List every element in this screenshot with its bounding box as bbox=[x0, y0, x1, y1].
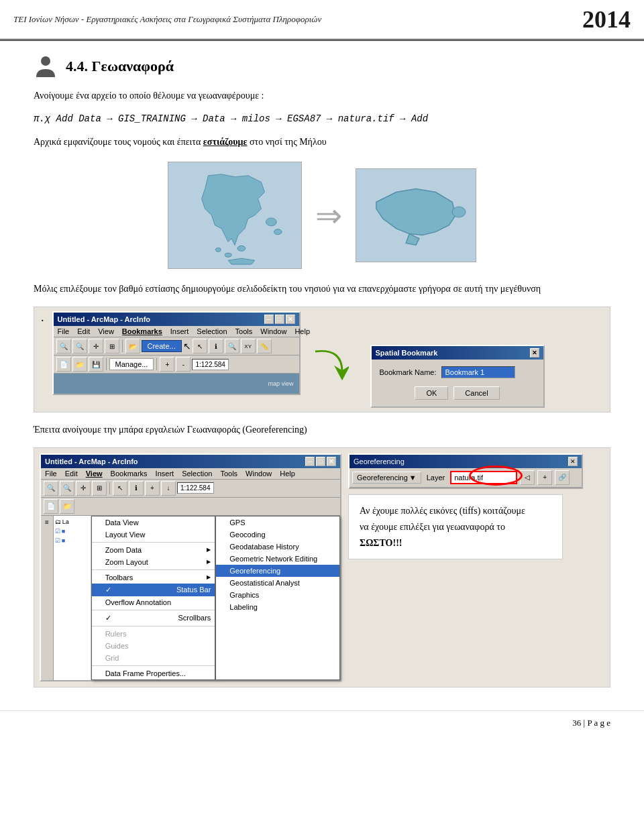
menu-overflow[interactable]: Overflow Annotation bbox=[92, 596, 215, 608]
save-map-btn[interactable]: 💾 bbox=[89, 357, 103, 372]
zoom-out-btn[interactable]: 🔍 bbox=[72, 339, 87, 353]
menu-file-1[interactable]: File bbox=[58, 327, 70, 335]
open-map-btn-2[interactable]: 📁 bbox=[60, 499, 74, 514]
zoom-next-btn-2[interactable]: + bbox=[145, 481, 160, 496]
zoom-in-btn-2[interactable]: 🔍 bbox=[44, 481, 58, 496]
zoom-in-btn[interactable]: 🔍 bbox=[56, 339, 71, 353]
create-bookmark-btn[interactable]: Create... bbox=[142, 340, 182, 352]
manage-bookmark-btn[interactable]: Manage... bbox=[109, 358, 154, 370]
menu-insert-1[interactable]: Insert bbox=[170, 327, 189, 335]
georef-tool-2[interactable]: + bbox=[537, 470, 552, 485]
svg-point-3 bbox=[274, 229, 282, 235]
menu-zoom-layout[interactable]: Zoom Layout▶ bbox=[92, 556, 215, 568]
menu-guides[interactable]: Guides bbox=[92, 640, 215, 652]
submenu-geodatabase[interactable]: Geodatabase History bbox=[216, 541, 339, 553]
zoom-prev-btn[interactable]: - bbox=[176, 357, 191, 372]
menu-view-1[interactable]: View bbox=[98, 327, 114, 335]
georef-tool-3[interactable]: 🔗 bbox=[555, 470, 570, 485]
add-data-btn[interactable]: 📂 bbox=[125, 339, 140, 353]
menu-bookmarks-1[interactable]: Bookmarks bbox=[122, 327, 162, 335]
minimize-btn-1[interactable]: ─ bbox=[264, 315, 274, 324]
menu-edit-1[interactable]: Edit bbox=[77, 327, 90, 335]
maximize-btn-2[interactable]: □ bbox=[316, 457, 325, 466]
ok-button[interactable]: OK bbox=[415, 386, 448, 400]
georef-para: Έπειτα ανοίγουμε την μπάρα εργαλειών Γεω… bbox=[34, 422, 610, 438]
select-btn[interactable]: ↖ bbox=[193, 339, 207, 353]
info-box: Αν έχουμε πολλές εικόνες (tiffs) κοιτάζο… bbox=[348, 494, 563, 559]
find-btn[interactable]: 🔍 bbox=[225, 339, 239, 353]
zoom-down-btn-2[interactable]: ↓ bbox=[161, 481, 176, 496]
georef-tool-1[interactable]: ◁ bbox=[520, 470, 535, 485]
menu-edit-2[interactable]: Edit bbox=[65, 470, 78, 478]
menu-window-1[interactable]: Window bbox=[260, 327, 286, 335]
measure-btn[interactable]: 📏 bbox=[257, 339, 272, 353]
menu-file-2[interactable]: File bbox=[45, 470, 57, 478]
submenu-geometric[interactable]: Geometric Network Editing bbox=[216, 553, 339, 565]
georef-georef-btn[interactable]: Georeferencing ▼ bbox=[352, 472, 421, 484]
main-content: 4.4. Γεωαναφορά Ανοίγουμε ένα αρχείο το … bbox=[0, 41, 644, 710]
menu-insert-2[interactable]: Insert bbox=[156, 470, 174, 478]
arcmap-menubar-2: File Edit View Bookmarks Insert Selectio… bbox=[41, 468, 340, 480]
window-controls-2: ─ □ ✕ bbox=[305, 457, 336, 466]
dialog-buttons: OK Cancel bbox=[380, 386, 535, 400]
menu-selection-2[interactable]: Selection bbox=[182, 470, 212, 478]
open-map-btn[interactable]: 📁 bbox=[72, 357, 87, 372]
menu-help-1[interactable]: Help bbox=[294, 327, 310, 335]
menu-toolbars[interactable]: Toolbars▶ bbox=[92, 571, 215, 584]
submenu-geostatistical[interactable]: Geostatistical Analyst bbox=[216, 577, 339, 589]
menu-zoom-data[interactable]: Zoom Data▶ bbox=[92, 544, 215, 556]
arcmap-window-1: Untitled - ArcMap - ArcInfo ─ □ ✕ File E… bbox=[52, 311, 301, 395]
submenu-graphics[interactable]: Graphics bbox=[216, 589, 339, 601]
menu-grid[interactable]: Grid bbox=[92, 652, 215, 664]
menu-view-2[interactable]: View bbox=[86, 470, 103, 478]
select-btn-2[interactable]: ↖ bbox=[113, 481, 127, 496]
menu-scrollbars[interactable]: ✓ Scrollbars bbox=[92, 612, 215, 624]
menu-data-view[interactable]: Data View bbox=[92, 516, 215, 529]
menu-window-2[interactable]: Window bbox=[246, 470, 272, 478]
submenu-georeferencing[interactable]: Georeferencing bbox=[216, 565, 339, 577]
submenu-labeling[interactable]: Labeling bbox=[216, 601, 339, 613]
toc-panel: ≡ bbox=[41, 516, 54, 680]
map-images-row: ⇒ bbox=[34, 162, 610, 269]
menu-tools-2[interactable]: Tools bbox=[220, 470, 237, 478]
person-icon bbox=[34, 54, 58, 78]
identify-btn[interactable]: ℹ bbox=[209, 339, 223, 353]
full-extent-btn[interactable]: ⊞ bbox=[105, 339, 119, 353]
cancel-button[interactable]: Cancel bbox=[453, 386, 499, 400]
pan-btn[interactable]: ✛ bbox=[89, 339, 103, 353]
bookmark-name-input[interactable]: Bookmark 1 bbox=[441, 366, 515, 378]
new-map-btn-2[interactable]: 📄 bbox=[44, 499, 58, 514]
submenu-geocoding[interactable]: Geocoding bbox=[216, 529, 339, 541]
menu-layout-view[interactable]: Layout View bbox=[92, 529, 215, 541]
menu-rulers[interactable]: Rulers bbox=[92, 628, 215, 640]
page-footer: 36 | P a g e bbox=[0, 710, 644, 735]
menu-data-frame-props[interactable]: Data Frame Properties... bbox=[92, 667, 215, 679]
zoom-next-btn[interactable]: + bbox=[160, 357, 174, 372]
submenu-gps[interactable]: GPS bbox=[216, 516, 339, 529]
dot-prefix: · bbox=[41, 314, 44, 328]
dialog-close-btn[interactable]: ✕ bbox=[530, 348, 539, 358]
identify-btn-2[interactable]: ℹ bbox=[129, 481, 144, 496]
toc-checkbox-1: ☑■ bbox=[55, 528, 89, 535]
menu-bookmarks-2[interactable]: Bookmarks bbox=[111, 470, 148, 478]
path-text-1: π.χ Add Data → GIS_TRAINING → Data → mil… bbox=[34, 111, 610, 127]
georef-close-btn[interactable]: ✕ bbox=[568, 457, 578, 466]
pan-btn-2[interactable]: ✛ bbox=[76, 481, 91, 496]
dialog-titlebar: Spatial Bookmark ✕ bbox=[372, 346, 543, 360]
close-btn-1[interactable]: ✕ bbox=[286, 315, 295, 324]
menu-status-bar[interactable]: ✓ Status Bar bbox=[92, 584, 215, 596]
arcmap-map-area-1: map view bbox=[54, 374, 299, 394]
full-extent-btn-2[interactable]: ⊞ bbox=[92, 481, 107, 496]
new-map-btn[interactable]: 📄 bbox=[56, 357, 71, 372]
georef-layer-input[interactable] bbox=[450, 471, 517, 484]
menu-help-2[interactable]: Help bbox=[280, 470, 295, 478]
zoom-out-btn-2[interactable]: 🔍 bbox=[60, 481, 74, 496]
svg-point-8 bbox=[452, 207, 466, 218]
close-btn-2[interactable]: ✕ bbox=[327, 457, 336, 466]
ss2-right-panel: Georeferencing ✕ Georeferencing ▼ Layer bbox=[348, 453, 583, 559]
minimize-btn-2[interactable]: ─ bbox=[305, 457, 315, 466]
xy-btn[interactable]: XY bbox=[241, 339, 256, 353]
menu-selection-1[interactable]: Selection bbox=[197, 327, 227, 335]
maximize-btn-1[interactable]: □ bbox=[275, 315, 284, 324]
menu-tools-1[interactable]: Tools bbox=[235, 327, 253, 335]
